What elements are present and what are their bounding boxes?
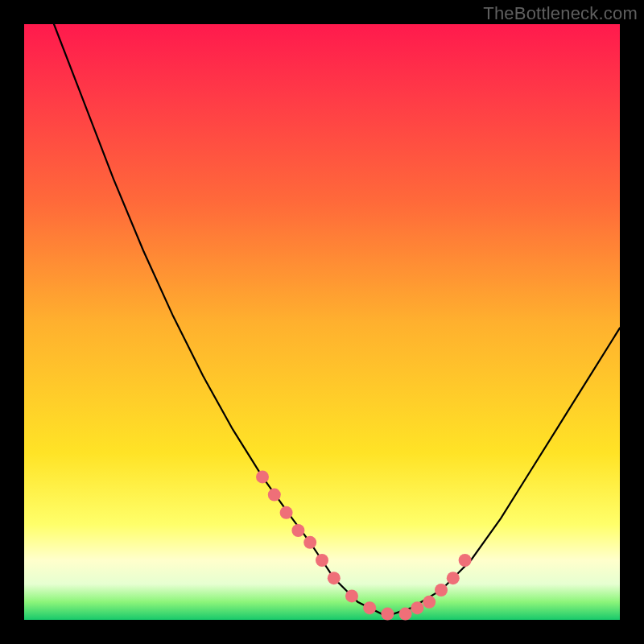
marker-dot (435, 584, 448, 597)
marker-dot (423, 596, 436, 609)
marker-dot (303, 536, 316, 549)
marker-dot (459, 554, 472, 567)
bottleneck-curve-path (54, 24, 620, 614)
marker-dot (411, 601, 423, 614)
marker-group (256, 470, 472, 620)
marker-dot (268, 489, 281, 502)
marker-dot (399, 608, 412, 621)
marker-dot (363, 601, 376, 614)
marker-dot (328, 572, 341, 584)
marker-dot (345, 589, 358, 602)
marker-dot (447, 572, 460, 584)
chart-svg (24, 24, 620, 620)
watermark-text: TheBottleneck.com (483, 3, 638, 24)
marker-dot (291, 524, 304, 537)
chart-frame: TheBottleneck.com (0, 0, 644, 644)
marker-dot (381, 608, 394, 621)
marker-dot (280, 506, 293, 519)
marker-dot (316, 554, 328, 567)
marker-dot (256, 470, 269, 483)
plot-area (24, 24, 620, 620)
